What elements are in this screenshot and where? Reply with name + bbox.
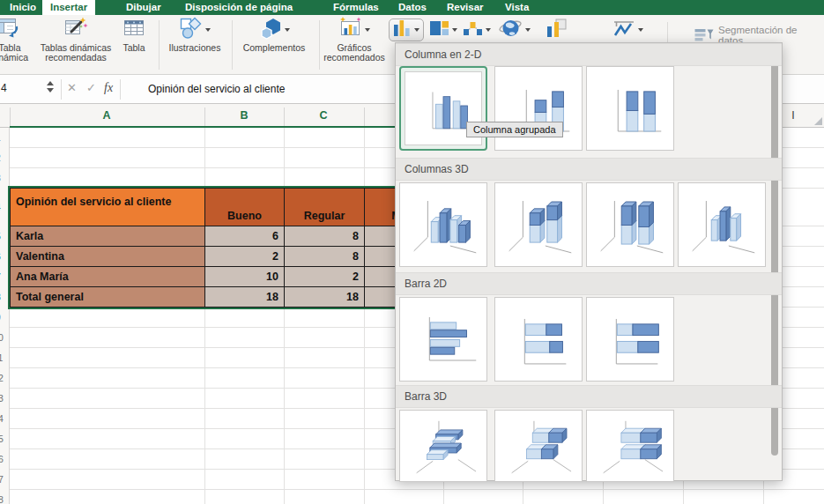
bar-stacked-preview [495,298,582,381]
pivot-table-grid: Opinión del servicio al cliente BuenoReg… [10,188,444,308]
ribbon-tab-dibujar[interactable]: Dibujar [118,0,169,15]
sparklines-button[interactable] [612,19,643,41]
column-header-a[interactable]: A [102,109,110,122]
table-cell-0-1[interactable]: 8 [285,226,365,247]
ribbon-tab-disposici-n-de-p-gina[interactable]: Disposición de página [177,0,301,15]
chart-type-column-stacked[interactable] [494,66,583,151]
column-header-c[interactable]: C [319,109,327,122]
table-title-cell[interactable]: Opinión del servicio al cliente [11,189,205,226]
chart-type-bar-clustered[interactable] [399,297,487,382]
column-stacked-100-preview [587,67,673,150]
pivot-table-button[interactable]: Tabladinámica [0,17,41,71]
row-header-12[interactable]: 12 [0,368,10,389]
selected-columns-underline [10,126,443,128]
slicer-icon [694,27,714,44]
group-divider [319,20,320,70]
row-header-13[interactable]: 13 [0,389,10,409]
divider [120,79,121,100]
statistic-chart-button[interactable] [463,19,491,41]
table-cell-3-0[interactable]: 18 [205,287,285,308]
pivot-chart-button[interactable] [546,19,567,41]
insert-function-icon[interactable]: fx [104,81,113,95]
table-cell-2-1[interactable]: 2 [285,267,365,287]
table-cell-1-1[interactable]: 8 [285,247,365,267]
row-header-17[interactable]: 17 [0,470,10,490]
table-cell-2-0[interactable]: 10 [205,267,285,287]
row-header-strip[interactable]: 12345678910111213141516171819 [0,128,10,504]
row-header-1[interactable]: 1 [0,128,10,148]
pivot-chart-icon [546,19,567,42]
chart-type-column-3d-clustered[interactable] [399,182,487,267]
table-cell-3-1[interactable]: 18 [285,287,365,308]
divider [204,107,205,128]
chart-type-bar-stacked[interactable] [494,297,583,382]
pivot-table-icon [0,17,21,43]
table-row-label-3[interactable]: Total general [11,287,205,308]
cancel-icon[interactable]: ✕ [67,81,77,94]
column-header-i[interactable]: I [791,109,794,122]
formula-input[interactable]: Opinión del servicio al cliente [148,83,285,95]
chart-type-column-3d[interactable] [678,182,766,267]
group-divider [232,20,233,70]
table-row-label-0[interactable]: Karla [11,226,205,247]
map-chart-button[interactable] [499,19,531,41]
table-column-header-1[interactable]: Regular [285,189,365,226]
add-ins-button[interactable]: Complementos [234,17,314,71]
tooltip: Columna agrupada [466,122,563,137]
add-ins-icon [259,17,282,43]
column-chart-button[interactable] [389,19,424,41]
table-cell-1-0[interactable]: 2 [205,247,285,267]
table-column-header-0[interactable]: Bueno [205,189,285,226]
row-header-2[interactable]: 2 [0,148,10,168]
chevron-down-icon [285,28,290,32]
gridline [364,128,365,504]
recommended-charts-button[interactable]: Gráficosrecomendados [319,17,390,71]
column-header-b[interactable]: B [240,109,248,122]
table-row-label-2[interactable]: Ana María [11,267,205,287]
ribbon-tab-f-rmulas[interactable]: Fórmulas [325,0,387,15]
chart-type-column-3d-stacked-100[interactable] [586,182,674,267]
row-header-10[interactable]: 10 [0,328,10,348]
illustrations-button[interactable]: Ilustraciones [160,17,229,71]
row-header-14[interactable]: 14 [0,409,10,429]
row-header-11[interactable]: 11 [0,348,10,368]
chart-type-column-3d-stacked[interactable] [494,182,583,267]
table-row-label-1[interactable]: Valentina [11,247,205,267]
name-box[interactable]: 4 [1,82,7,94]
bar-clustered-preview [400,298,486,381]
row-header-18[interactable]: 18 [0,490,10,504]
ribbon-tab-insertar[interactable]: Insertar [42,0,95,15]
table-icon [122,17,145,43]
chart-type-bar-3d-stacked-100[interactable] [586,410,674,482]
gridline [204,128,205,504]
pivot-table: Opinión del servicio al cliente BuenoReg… [8,186,446,309]
chart-type-column-clustered[interactable] [399,66,487,151]
excel-window: InicioInsertarDibujarDisposición de pági… [0,0,824,504]
ribbon-tab-vista[interactable]: Vista [497,0,537,15]
name-box-stepper[interactable] [47,81,54,93]
illustrations-icon [180,17,203,43]
table-button[interactable]: Tabla [115,17,153,71]
chart-type-bar-stacked-100[interactable] [586,297,674,382]
chart-type-bar-3d-clustered[interactable] [399,410,487,482]
recommended-charts-icon [339,17,362,43]
select-all-corner-icon[interactable] [814,117,822,125]
chevron-down-icon [486,28,491,32]
enter-icon[interactable]: ✓ [86,81,96,94]
chart-type-column-stacked-100[interactable] [586,66,674,151]
ribbon-tab-bar: InicioInsertarDibujarDisposición de pági… [0,0,824,15]
row-header-9[interactable]: 9 [0,308,10,328]
hierarchy-chart-button[interactable] [429,19,457,41]
chevron-down-icon [205,28,211,32]
divider [10,107,11,128]
table-cell-0-0[interactable]: 6 [205,226,285,247]
hierarchy-chart-icon [429,19,449,41]
recommended-pivot-tables-button[interactable]: Tablas dinámicasrecomendadas [37,17,115,71]
ribbon-tab-inicio[interactable]: Inicio [2,0,44,15]
ribbon-tab-datos[interactable]: Datos [390,0,434,15]
ribbon-tab-revisar[interactable]: Revisar [439,0,492,15]
row-header-16[interactable]: 16 [0,449,10,470]
chart-type-bar-3d-stacked[interactable] [494,410,583,482]
gridline [284,128,285,504]
row-header-15[interactable]: 15 [0,429,10,449]
